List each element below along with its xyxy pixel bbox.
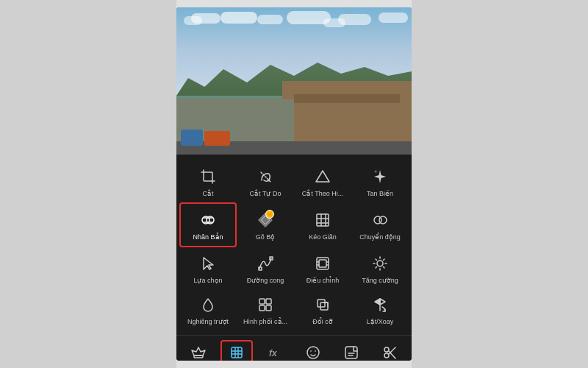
svg-rect-51: [194, 355, 203, 358]
tool-cat[interactable]: Cắt: [179, 160, 237, 202]
badge-glow: [265, 210, 274, 219]
tool-nhan-ban-label: Nhân Bản: [193, 233, 223, 241]
cloud2: [184, 16, 202, 25]
tool-lat-xoay[interactable]: Lật/Xoay: [351, 289, 409, 330]
svg-marker-22: [204, 258, 213, 269]
crop-icon: [198, 166, 218, 187]
svg-point-59: [310, 350, 312, 352]
adjust-icon: [312, 253, 333, 274]
tool-cat-theo[interactable]: Cắt Theo Hi...: [294, 160, 351, 202]
tool-tan-bien[interactable]: Tan Biến: [351, 160, 409, 202]
tool-tang-cuong-label: Tăng cường: [362, 277, 398, 285]
crown-icon: [190, 344, 207, 361]
grid-icon: [312, 210, 333, 230]
svg-text:fx: fx: [269, 348, 278, 358]
svg-rect-40: [259, 299, 265, 304]
svg-rect-42: [259, 305, 265, 311]
nav-gold[interactable]: Gold: [179, 342, 218, 361]
photo-area: [176, 7, 412, 155]
cloud4: [257, 15, 283, 24]
cursor-icon: [198, 253, 218, 274]
tool-go-bo-label: Gõ Bộ: [256, 233, 276, 241]
nav-beautify[interactable]: Beautify: [294, 342, 332, 361]
fx-icon: fx: [267, 344, 283, 361]
city-layer: [176, 81, 412, 155]
tool-doi-co-label: Đổi cỡ: [312, 318, 333, 326]
tool-hinh-phoi[interactable]: Hình phối cả...: [237, 289, 294, 330]
svg-rect-44: [318, 300, 325, 307]
svg-line-36: [376, 259, 377, 261]
scissors-icon: [381, 344, 398, 361]
svg-line-37: [384, 266, 385, 268]
tool-lua-chon[interactable]: Lựa chọn: [179, 247, 237, 289]
cloud8: [379, 13, 408, 23]
bottom-nav: Gold Công cụ: [176, 335, 412, 361]
tool-cat-label: Cắt: [203, 190, 214, 198]
cloud7: [323, 18, 345, 27]
tool-grid: Cắt Cắt Tự Do Cắt The: [176, 155, 412, 333]
sticker-icon: [343, 344, 359, 361]
circles-icon: [370, 210, 390, 230]
svg-point-60: [315, 350, 316, 352]
tool-tang-cuong[interactable]: Tăng cường: [351, 247, 409, 289]
nav-hieu-ung[interactable]: fx Hiệu Ứng: [256, 342, 294, 361]
svg-rect-61: [345, 347, 357, 358]
nav-nhan[interactable]: Nhãn: [332, 342, 370, 361]
svg-marker-50: [192, 347, 205, 355]
svg-marker-6: [316, 171, 329, 182]
tool-tan-bien-label: Tan Biến: [367, 190, 393, 198]
svg-point-58: [307, 347, 319, 358]
cloud3: [220, 12, 257, 24]
tool-cat-tu-do[interactable]: Cắt Tự Do: [237, 160, 294, 202]
tool-duong-cong-label: Đường cong: [247, 277, 284, 285]
svg-line-67: [389, 347, 396, 355]
tool-keo-gian[interactable]: Kéo Giãn: [294, 202, 351, 247]
nav-cat[interactable]: Cắt: [370, 342, 409, 361]
tool-go-bo[interactable]: Gõ Bộ: [237, 202, 294, 247]
roof-detail: [294, 94, 400, 103]
tool-duong-cong[interactable]: Đường cong: [237, 247, 294, 289]
svg-rect-23: [259, 267, 262, 270]
right-panel: [412, 0, 588, 368]
tool-doi-co[interactable]: Đổi cỡ: [294, 289, 351, 330]
svg-rect-52: [232, 347, 242, 358]
tool-nghieng-truot[interactable]: Nghiêng trượt: [179, 289, 237, 330]
tool-dieu-chinh[interactable]: Điều chỉnh: [294, 247, 351, 289]
free-crop-icon: [255, 166, 276, 187]
crop-nav-icon: [229, 344, 245, 361]
curve-icon: [255, 253, 276, 274]
svg-line-39: [376, 266, 377, 268]
svg-rect-45: [320, 302, 328, 310]
svg-rect-26: [319, 260, 326, 267]
bottom-panel: Cắt Cắt Tự Do Cắt The: [176, 155, 412, 361]
tool-nghieng-truot-label: Nghiêng trượt: [187, 318, 229, 326]
svg-rect-15: [317, 214, 329, 226]
tool-hinh-phoi-label: Hình phối cả...: [243, 318, 287, 326]
bus1: [181, 130, 203, 146]
clone-icon: [198, 210, 218, 230]
resize-icon: [312, 294, 333, 315]
left-panel: [0, 0, 176, 368]
tool-chuyen-dong[interactable]: Chuyển động: [351, 202, 409, 247]
drop-icon: [198, 294, 218, 315]
nav-cong-cu[interactable]: Công cụ: [218, 342, 256, 361]
tool-cat-theo-label: Cắt Theo Hi...: [302, 190, 343, 198]
svg-line-66: [389, 351, 396, 359]
tool-keo-gian-label: Kéo Giãn: [309, 233, 337, 241]
tool-dieu-chinh-label: Điều chỉnh: [306, 277, 340, 285]
svg-marker-49: [380, 299, 385, 305]
tool-nhan-ban[interactable]: Nhân Bản: [179, 202, 237, 247]
svg-point-31: [377, 261, 383, 266]
svg-point-21: [379, 216, 387, 224]
sun-icon: [370, 253, 390, 274]
svg-rect-41: [266, 299, 271, 304]
svg-marker-48: [375, 299, 380, 305]
phone-screen: Cắt Cắt Tự Do Cắt The: [176, 7, 412, 361]
triangle-crop-icon: [312, 166, 333, 187]
diamond-icon: [255, 210, 276, 230]
svg-rect-0: [204, 172, 212, 181]
tool-chuyen-dong-label: Chuyển động: [359, 233, 401, 241]
face-icon: [305, 344, 321, 361]
svg-marker-8: [374, 170, 378, 174]
flip-icon: [370, 294, 390, 315]
